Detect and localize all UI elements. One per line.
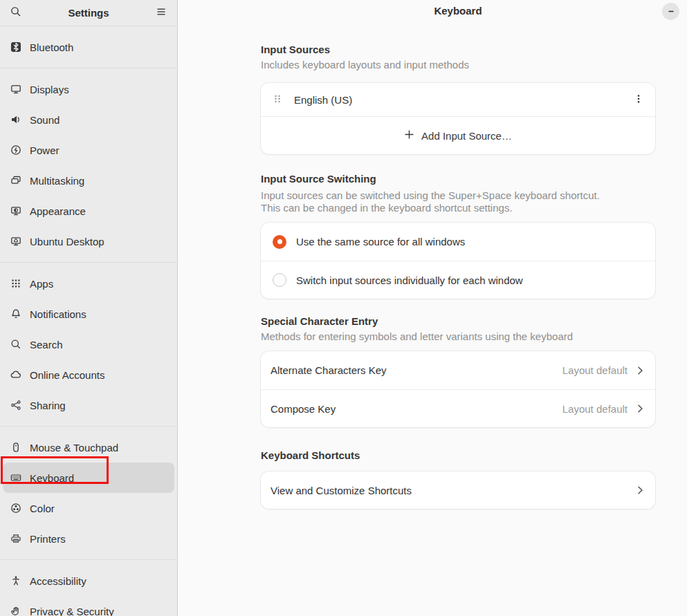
row-label: Compose Key xyxy=(271,403,336,415)
add-input-source-label: Add Input Source… xyxy=(421,130,512,142)
add-input-source-button[interactable]: Add Input Source… xyxy=(261,117,655,154)
switching-description-line2: This can be changed in the keyboard shor… xyxy=(261,202,655,214)
kebab-menu-icon[interactable] xyxy=(633,93,644,106)
hamburger-menu-icon xyxy=(156,6,167,19)
sidebar-item-ubuntu-desktop[interactable]: Ubuntu Desktop xyxy=(3,226,174,256)
sidebar-item-privacy-security[interactable]: Privacy & Security xyxy=(3,596,174,616)
sidebar-item-label: Bluetooth xyxy=(30,41,73,53)
sidebar: Settings Bluetooth Displays xyxy=(0,0,178,616)
sidebar-item-mouse-touchpad[interactable]: Mouse & Touchpad xyxy=(3,432,174,463)
search-icon xyxy=(10,6,21,19)
section-subtitle: Includes keyboard layouts and input meth… xyxy=(261,58,655,72)
sidebar-item-multitasking[interactable]: Multitasking xyxy=(3,165,174,196)
keyboard-settings-content: Input Sources Includes keyboard layouts … xyxy=(261,43,655,509)
sidebar-item-keyboard[interactable]: Keyboard xyxy=(3,463,174,493)
row-value: Layout default xyxy=(562,364,628,376)
special-entry-card: Alternate Characters Key Layout default … xyxy=(261,351,655,427)
option-label: Switch input sources individually for ea… xyxy=(296,274,523,286)
sound-icon xyxy=(10,114,21,125)
search-icon xyxy=(10,339,21,350)
sidebar-item-label: Apps xyxy=(30,278,53,290)
sidebar-item-label: Sharing xyxy=(30,400,66,411)
sidebar-item-label: Color xyxy=(30,503,55,514)
sidebar-item-notifications[interactable]: Notifications xyxy=(3,299,174,329)
input-source-row[interactable]: English (US) xyxy=(261,83,655,116)
keyboard-shortcuts-section: Keyboard Shortcuts View and Customize Sh… xyxy=(261,449,655,509)
minimize-icon xyxy=(666,6,676,17)
sidebar-item-printers[interactable]: Printers xyxy=(3,523,174,554)
radio-per-window[interactable] xyxy=(273,273,286,287)
sidebar-item-power[interactable]: Power xyxy=(3,135,174,165)
sidebar-header: Settings xyxy=(0,0,177,26)
minimize-button[interactable] xyxy=(662,3,679,20)
chevron-right-icon xyxy=(634,485,645,496)
sidebar-item-search[interactable]: Search xyxy=(3,329,174,360)
sidebar-item-label: Online Accounts xyxy=(30,369,104,381)
chevron-right-icon xyxy=(634,365,645,376)
sidebar-nav: Bluetooth Displays Sound P xyxy=(0,26,177,616)
section-heading: Input Sources xyxy=(261,43,655,57)
input-sources-section: Input Sources Includes keyboard layouts … xyxy=(261,43,655,154)
hand-icon xyxy=(10,606,21,616)
sidebar-item-bluetooth[interactable]: Bluetooth xyxy=(3,32,174,62)
power-icon xyxy=(10,144,21,156)
sidebar-title: Settings xyxy=(25,7,152,19)
sidebar-item-label: Notifications xyxy=(30,308,86,320)
ubuntu-desktop-icon xyxy=(10,236,21,247)
accessibility-icon xyxy=(10,575,21,586)
mouse-icon xyxy=(10,442,21,453)
special-character-entry-section: Special Character Entry Methods for ente… xyxy=(261,315,655,427)
chevron-right-icon xyxy=(634,403,645,414)
drag-handle-icon[interactable] xyxy=(272,93,283,106)
sidebar-item-displays[interactable]: Displays xyxy=(3,74,174,104)
menu-button[interactable] xyxy=(152,4,170,22)
compose-key-row[interactable]: Compose Key Layout default xyxy=(261,390,655,427)
input-sources-card: English (US) Add Input Source… xyxy=(261,83,655,154)
printer-icon xyxy=(10,533,21,544)
sidebar-item-label: Multitasking xyxy=(30,175,84,187)
sidebar-item-label: Appearance xyxy=(30,205,86,217)
bluetooth-icon xyxy=(10,41,21,53)
sidebar-item-label: Displays xyxy=(30,84,69,95)
search-button[interactable] xyxy=(7,4,25,22)
row-value: Layout default xyxy=(562,403,628,415)
view-customize-shortcuts-row[interactable]: View and Customize Shortcuts xyxy=(261,472,655,509)
appearance-icon xyxy=(10,205,21,216)
color-wheel-icon xyxy=(10,503,21,514)
sidebar-item-label: Power xyxy=(30,144,59,156)
same-source-option-row[interactable]: Use the same source for all windows xyxy=(261,223,655,261)
bell-icon xyxy=(10,308,21,319)
cloud-icon xyxy=(10,369,21,380)
page-title: Keyboard xyxy=(261,5,655,17)
option-label: Use the same source for all windows xyxy=(296,236,465,248)
sidebar-item-sharing[interactable]: Sharing xyxy=(3,390,174,420)
sidebar-item-label: Printers xyxy=(30,533,66,545)
sidebar-item-label: Keyboard xyxy=(30,472,74,484)
sidebar-item-apps[interactable]: Apps xyxy=(3,268,174,299)
input-source-switching-section: Input Source Switching Input sources can… xyxy=(261,172,655,299)
sidebar-item-label: Accessibility xyxy=(30,575,86,587)
sidebar-item-label: Privacy & Security xyxy=(30,606,114,616)
sidebar-item-online-accounts[interactable]: Online Accounts xyxy=(3,360,174,390)
displays-icon xyxy=(10,84,21,95)
sidebar-item-color[interactable]: Color xyxy=(3,493,174,523)
per-window-option-row[interactable]: Switch input sources individually for ea… xyxy=(261,261,655,299)
keyboard-icon xyxy=(10,472,21,483)
row-label: Alternate Characters Key xyxy=(271,364,387,376)
sidebar-item-sound[interactable]: Sound xyxy=(3,104,174,135)
shortcuts-card: View and Customize Shortcuts xyxy=(261,472,655,509)
sidebar-item-label: Ubuntu Desktop xyxy=(30,236,104,248)
multitasking-icon xyxy=(10,175,21,186)
main-header: Keyboard xyxy=(178,0,687,26)
sidebar-item-appearance[interactable]: Appearance xyxy=(3,196,174,226)
sidebar-item-label: Mouse & Touchpad xyxy=(30,442,118,454)
sidebar-item-label: Sound xyxy=(30,114,59,126)
section-heading: Special Character Entry xyxy=(261,315,655,328)
section-subtitle: Methods for entering symbols and letter … xyxy=(261,330,655,344)
sidebar-item-accessibility[interactable]: Accessibility xyxy=(3,566,174,596)
alternate-characters-key-row[interactable]: Alternate Characters Key Layout default xyxy=(261,351,655,389)
sidebar-item-label: Search xyxy=(30,339,63,351)
radio-same-source[interactable] xyxy=(273,235,286,249)
switching-card: Use the same source for all windows Swit… xyxy=(261,223,655,299)
switching-description-line1: Input sources can be switched using the … xyxy=(261,189,655,202)
